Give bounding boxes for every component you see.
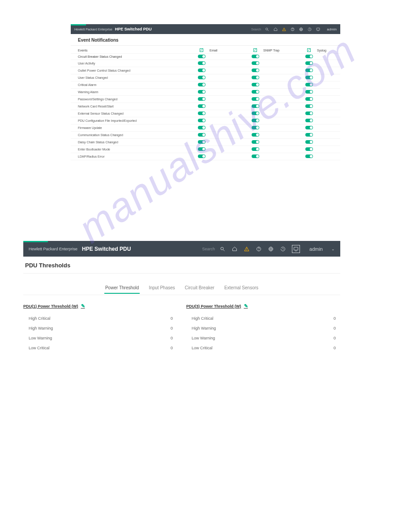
toggle-email[interactable] [198, 140, 206, 144]
toggle-email[interactable] [198, 112, 206, 115]
toggle-syslog[interactable] [305, 140, 313, 144]
toggle-snmp[interactable] [252, 90, 259, 94]
col-header-email: Email [206, 49, 251, 52]
toggle-email[interactable] [198, 147, 206, 151]
globe-icon[interactable] [299, 27, 303, 31]
notification-row: Communication Status Changed [71, 132, 340, 139]
toggle-snmp[interactable] [252, 55, 259, 58]
user-label[interactable]: admin [309, 246, 323, 252]
toggle-syslog[interactable] [305, 55, 313, 58]
product-title: HPE Switched PDU [115, 27, 152, 31]
toggle-email[interactable] [198, 119, 206, 122]
event-label: Warning Alarm [71, 90, 197, 94]
checkbox-syslog-all[interactable] [307, 48, 311, 52]
toggle-syslog[interactable] [305, 97, 313, 101]
toggle-email[interactable] [198, 104, 206, 108]
toggle-syslog[interactable] [305, 112, 313, 115]
threshold-value: 0 [171, 316, 173, 321]
toggle-snmp[interactable] [252, 61, 259, 65]
edit-icon[interactable]: ✎ [244, 303, 248, 309]
toggle-snmp[interactable] [252, 69, 259, 72]
toggle-email[interactable] [198, 83, 206, 86]
svg-line-1 [267, 30, 268, 30]
brand-logo: Hewlett Packard Enterprise [74, 28, 112, 31]
toggle-syslog[interactable] [305, 147, 313, 151]
alert-icon[interactable] [244, 246, 250, 252]
notification-row: LDAP/Radius Error [71, 153, 340, 160]
edit-icon[interactable]: ✎ [81, 303, 85, 309]
toggle-snmp[interactable] [252, 126, 259, 129]
event-label: Firmware Update [71, 126, 197, 129]
notification-row: PDU Configuration File Imported/Exported [71, 117, 340, 124]
help-icon[interactable] [256, 246, 262, 252]
toggle-snmp[interactable] [252, 97, 259, 101]
checkbox-snmp-all[interactable] [253, 48, 257, 52]
toggle-syslog[interactable] [305, 119, 313, 122]
toggle-snmp[interactable] [252, 154, 259, 158]
search-placeholder[interactable]: Search [251, 28, 261, 31]
toggle-email[interactable] [198, 133, 206, 137]
alert-icon[interactable] [282, 27, 286, 31]
notification-row: External Sensor Status Changed [71, 110, 340, 117]
toggle-snmp[interactable] [252, 76, 259, 79]
toggle-syslog[interactable] [305, 154, 313, 158]
search-icon[interactable] [265, 27, 269, 31]
monitor-icon[interactable] [292, 245, 300, 253]
checkbox-email-all[interactable] [200, 48, 203, 52]
notifications-header-row: Events Email SNMP Trap Syslog [71, 47, 340, 54]
monitor-icon[interactable] [316, 27, 320, 31]
toggle-syslog[interactable] [305, 61, 313, 65]
toggle-snmp[interactable] [252, 140, 259, 144]
threshold-value: 0 [171, 336, 173, 340]
toggle-syslog[interactable] [305, 104, 313, 108]
pdu3-thresholds: PDU(3) Power Threshold (W) ✎ High Critic… [186, 303, 340, 353]
threshold-label: Low Warning [192, 336, 215, 340]
toggle-email[interactable] [198, 61, 206, 65]
help-icon[interactable] [290, 27, 295, 31]
home-icon[interactable] [273, 27, 278, 31]
toggle-email[interactable] [198, 90, 206, 94]
toggle-snmp[interactable] [252, 147, 259, 151]
user-label[interactable]: admin [327, 27, 337, 31]
toggle-syslog[interactable] [305, 126, 313, 129]
search-icon[interactable] [219, 246, 226, 252]
toggle-syslog[interactable] [305, 133, 313, 137]
toggle-email[interactable] [198, 55, 206, 58]
search-placeholder[interactable]: Search [202, 247, 215, 251]
threshold-label: High Warning [192, 326, 216, 330]
toggle-snmp[interactable] [252, 83, 259, 86]
toggle-syslog[interactable] [305, 90, 313, 94]
event-label: User Activity [71, 62, 197, 65]
brand-accent [71, 24, 86, 26]
toggle-snmp[interactable] [252, 133, 259, 137]
toggle-email[interactable] [198, 69, 206, 72]
page-title-pdu-thresholds: PDU Thresholds [23, 257, 340, 274]
tab-power-threshold[interactable]: Power Threshold [104, 283, 140, 294]
toggle-syslog[interactable] [305, 83, 313, 86]
home-icon[interactable] [231, 246, 238, 252]
pdu3-title: PDU(3) Power Threshold (W) [186, 304, 241, 309]
toggle-email[interactable] [198, 97, 206, 101]
toggle-email[interactable] [198, 126, 206, 129]
history-icon[interactable] [280, 246, 286, 252]
toggle-syslog[interactable] [305, 76, 313, 79]
toggle-snmp[interactable] [252, 112, 259, 115]
history-icon[interactable] [307, 27, 312, 31]
toggle-snmp[interactable] [252, 104, 259, 108]
event-label: Circuit Breaker Status Changed [71, 55, 197, 58]
toggle-snmp[interactable] [252, 119, 259, 122]
threshold-row: High Critical0 [23, 313, 177, 323]
col-header-events: Events [71, 49, 197, 52]
threshold-value: 0 [334, 336, 336, 340]
event-label: User Status Changed [71, 76, 197, 79]
tab-circuit-breaker[interactable]: Circuit Breaker [184, 283, 215, 294]
chevron-down-icon[interactable]: ⌄ [331, 247, 335, 251]
toggle-syslog[interactable] [305, 69, 313, 72]
toggle-email[interactable] [198, 76, 206, 79]
toggle-email[interactable] [198, 154, 206, 158]
tab-external-sensors[interactable]: External Sensors [223, 283, 259, 294]
product-title: HPE Switched PDU [82, 246, 131, 252]
notification-row: Network Card Reset/Start [71, 103, 340, 110]
globe-icon[interactable] [268, 246, 274, 252]
tab-input-phases[interactable]: Input Phases [148, 283, 176, 294]
